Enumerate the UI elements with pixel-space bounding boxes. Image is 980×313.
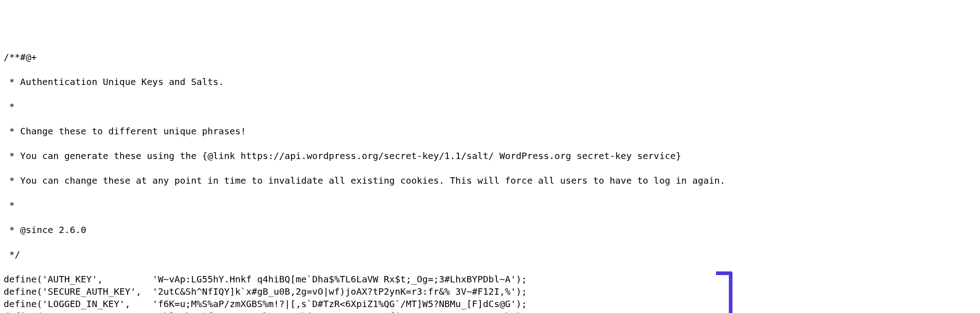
- comment-line: */: [4, 249, 725, 261]
- define-line: define('AUTH_KEY', 'W~vAp:LG55hY.Hnkf q4…: [4, 273, 725, 286]
- comment-line: * You can change these at any point in t…: [4, 175, 725, 187]
- comment-line: *: [4, 199, 725, 212]
- define-line: define('SECURE_AUTH_KEY', '2utC&Sh^NfIQY…: [4, 286, 725, 298]
- define-line: define('NONCE_KEY', '7b]S_hex$fuu1C0?mE&…: [4, 310, 725, 313]
- comment-line: *: [4, 101, 725, 113]
- comment-line: * Authentication Unique Keys and Salts.: [4, 76, 725, 88]
- comment-line: * You can generate these using the {@lin…: [4, 150, 725, 162]
- define-line: define('LOGGED_IN_KEY', 'f6K=u;M%S%aP/zm…: [4, 298, 725, 310]
- comment-line: /**#@+: [4, 51, 725, 64]
- comment-line: * @since 2.6.0: [4, 224, 725, 236]
- code-block: /**#@+ * Authentication Unique Keys and …: [4, 39, 725, 313]
- comment-line: * Change these to different unique phras…: [4, 125, 725, 138]
- defines-block: define('AUTH_KEY', 'W~vAp:LG55hY.Hnkf q4…: [4, 273, 725, 313]
